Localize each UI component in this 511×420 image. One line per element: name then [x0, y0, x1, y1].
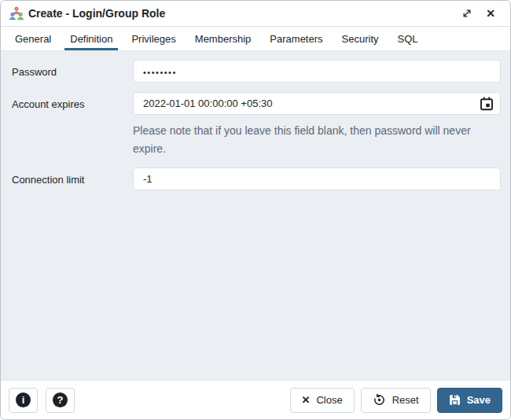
connection-limit-input[interactable] — [133, 168, 501, 190]
account-expires-row: Account expires — [12, 92, 501, 115]
account-expires-note: Please note that if you leave this field… — [133, 122, 499, 158]
tab-security[interactable]: Security — [336, 27, 384, 50]
reset-button[interactable]: Reset — [361, 388, 431, 413]
password-field-wrap — [133, 60, 501, 83]
login-group-role-icon — [9, 6, 24, 20]
connection-limit-row: Connection limit — [12, 168, 501, 190]
close-button-label: Close — [316, 394, 342, 406]
dialog-footer: i ? ✕ Close Reset Save — [1, 380, 510, 419]
dialog-help-button[interactable]: ? — [46, 388, 75, 413]
calendar-picker-button[interactable] — [477, 94, 496, 112]
tab-membership[interactable]: Membership — [189, 27, 257, 50]
maximize-icon[interactable] — [458, 5, 476, 22]
connection-limit-label: Connection limit — [12, 168, 133, 190]
create-login-group-role-dialog: Create - Login/Group Role ✕ General Defi… — [0, 0, 511, 420]
diagonal-expand-icon — [461, 8, 472, 19]
account-expires-field-wrap — [133, 92, 501, 115]
dialog-titlebar: Create - Login/Group Role ✕ — [1, 1, 510, 27]
account-expires-label: Account expires — [12, 92, 133, 115]
save-floppy-icon — [449, 394, 461, 406]
close-icon: ✕ — [486, 8, 495, 19]
save-button[interactable]: Save — [437, 388, 502, 413]
tab-sql[interactable]: SQL — [392, 27, 424, 50]
info-icon: i — [16, 392, 31, 407]
tab-definition[interactable]: Definition — [64, 27, 118, 50]
question-icon: ? — [53, 392, 68, 407]
password-input[interactable] — [133, 60, 501, 83]
calendar-icon — [479, 96, 494, 112]
sql-help-button[interactable]: i — [9, 388, 38, 413]
account-expires-input[interactable] — [133, 92, 501, 115]
dialog-tabbar: General Definition Privileges Membership… — [1, 27, 510, 51]
close-button[interactable]: ✕ Close — [290, 388, 355, 413]
tab-privileges[interactable]: Privileges — [126, 27, 181, 50]
password-label: Password — [12, 60, 133, 83]
reset-button-label: Reset — [392, 394, 419, 406]
reset-icon — [373, 393, 386, 407]
tab-general[interactable]: General — [9, 27, 57, 50]
connection-limit-field-wrap — [133, 168, 501, 190]
window-close-button[interactable]: ✕ — [482, 5, 499, 22]
password-row: Password — [12, 60, 501, 83]
tab-parameters[interactable]: Parameters — [264, 27, 328, 50]
save-button-label: Save — [467, 394, 491, 406]
dialog-title: Create - Login/Group Role — [28, 7, 165, 20]
close-x-icon: ✕ — [302, 395, 311, 405]
definition-tab-panel: Password Account expires Please not — [1, 51, 510, 380]
